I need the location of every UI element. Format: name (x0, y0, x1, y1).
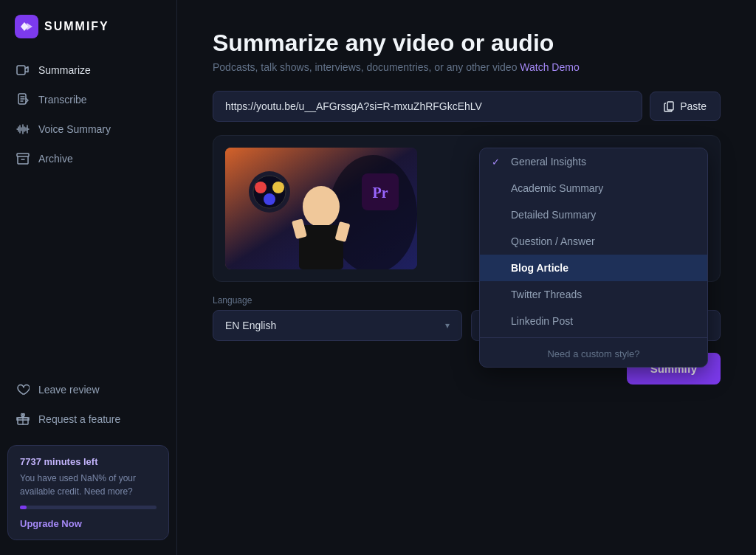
sidebar-item-transcribe[interactable]: Transcribe (7, 86, 169, 114)
dropdown-label-detailed-summary: Detailed Summary (511, 209, 596, 221)
language-select-btn[interactable]: EN English ▾ (213, 310, 462, 341)
sidebar-item-label-transcribe: Transcribe (38, 94, 87, 106)
check-icon: ✓ (492, 156, 504, 168)
dropdown-label-question-answer: Question / Answer (511, 235, 595, 247)
dropdown-label-academic-summary: Academic Summary (511, 182, 603, 194)
sidebar-bottom: Leave review Request a feature (0, 376, 176, 433)
page-subtitle: Podcasts, talk shows, interviews, docume… (213, 61, 721, 73)
dropdown-item-question-answer[interactable]: ✓ Question / Answer (480, 228, 707, 255)
dropdown-label-blog-article: Blog Article (511, 262, 568, 274)
logo-text: SUMMIFY (44, 20, 109, 33)
svg-point-11 (272, 182, 284, 193)
paste-label: Paste (680, 100, 707, 112)
logo-icon (15, 15, 38, 38)
svg-point-15 (303, 186, 340, 227)
language-label: Language (213, 295, 462, 306)
sidebar-item-label-review: Leave review (38, 384, 100, 396)
credit-bar (20, 506, 157, 509)
main-content: Summarize any video or audio Podcasts, t… (177, 0, 756, 555)
credit-desc: You have used NaN% of your available cre… (20, 472, 157, 498)
url-row: Paste (213, 91, 721, 122)
dropdown-item-linkedin-post[interactable]: ✓ Linkedin Post (480, 308, 707, 334)
sidebar-item-leave-review[interactable]: Leave review (7, 376, 169, 404)
dropdown-label-linkedin-post: Linkedin Post (511, 315, 573, 327)
dropdown-item-twitter-threads[interactable]: ✓ Twitter Threads (480, 281, 707, 308)
heart-icon (16, 383, 30, 396)
video-thumbnail: Pr (225, 148, 417, 269)
dropdown-item-blog-article[interactable]: ✓ Blog Article (480, 255, 707, 281)
file-text-icon (16, 93, 30, 106)
archive-icon (16, 152, 30, 165)
page-title: Summarize any video or audio (213, 30, 721, 57)
style-dropdown: ✓ General Insights ✓ Academic Summary ✓ … (479, 148, 708, 368)
credit-box: 7737 minutes left You have used NaN% of … (7, 445, 169, 540)
dropdown-item-detailed-summary[interactable]: ✓ Detailed Summary (480, 201, 707, 228)
clipboard-icon (664, 100, 676, 112)
svg-rect-5 (667, 102, 673, 110)
dropdown-label-general-insights-1: General Insights (511, 156, 586, 168)
sidebar-item-request-feature[interactable]: Request a feature (7, 405, 169, 433)
svg-rect-1 (17, 66, 25, 75)
sidebar-item-summarize[interactable]: Summarize (7, 56, 169, 84)
svg-rect-3 (17, 154, 29, 156)
credit-bar-fill (20, 506, 27, 509)
svg-point-12 (264, 193, 275, 205)
url-input[interactable] (213, 91, 642, 122)
gift-icon (16, 413, 30, 426)
language-select-wrap: Language EN English ▾ (213, 295, 462, 341)
sidebar: SUMMIFY Summarize Transcribe (0, 0, 177, 555)
dropdown-item-academic-summary[interactable]: ✓ Academic Summary (480, 175, 707, 201)
sidebar-item-label-voice: Voice Summary (38, 123, 111, 135)
dropdown-divider (480, 337, 707, 338)
waveform-icon (16, 123, 30, 136)
video-card: Pr ✓ General Insights ✓ Academic Summa (213, 135, 721, 282)
sidebar-item-voice-summary[interactable]: Voice Summary (7, 115, 169, 143)
video-icon (16, 63, 30, 77)
sidebar-item-label-feature: Request a feature (38, 413, 120, 425)
svg-point-10 (255, 182, 267, 193)
thumbnail-svg: Pr (225, 148, 417, 269)
subtitle-text: Podcasts, talk shows, interviews, docume… (213, 61, 517, 73)
dropdown-custom-style[interactable]: Need a custom style? (480, 341, 707, 367)
sidebar-item-archive[interactable]: Archive (7, 145, 169, 173)
paste-button[interactable]: Paste (650, 92, 721, 121)
dropdown-label-twitter-threads: Twitter Threads (511, 289, 582, 300)
credit-minutes: 7737 minutes left (20, 456, 157, 467)
sidebar-item-label-summarize: Summarize (38, 64, 91, 76)
dropdown-item-general-insights-1[interactable]: ✓ General Insights (480, 148, 707, 175)
chevron-down-icon-language: ▾ (445, 320, 450, 331)
svg-text:Pr: Pr (372, 185, 388, 201)
upgrade-link[interactable]: Upgrade Now (20, 518, 157, 529)
watch-demo-link[interactable]: Watch Demo (520, 61, 579, 73)
sidebar-nav: Summarize Transcribe Voice Summary (0, 56, 176, 376)
sidebar-item-label-archive: Archive (38, 153, 73, 165)
language-selected: EN English (225, 320, 276, 331)
logo: SUMMIFY (0, 15, 176, 56)
